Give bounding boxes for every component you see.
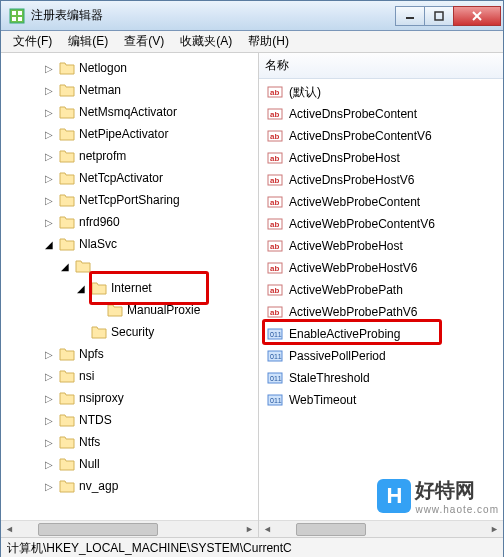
registry-tree[interactable]: ▷Netlogon▷Netman▷NetMsmqActivator▷NetPip…	[1, 53, 258, 493]
svg-rect-3	[12, 17, 16, 21]
maximize-button[interactable]	[424, 6, 454, 26]
value-item[interactable]: 011StaleThreshold	[263, 367, 499, 389]
tree-item[interactable]: ▷nsiproxy	[3, 387, 256, 409]
svg-rect-2	[18, 11, 22, 15]
tree-item[interactable]: ▷Netlogon	[3, 57, 256, 79]
tree-label: NetTcpActivator	[79, 171, 163, 185]
value-label: PassivePollPeriod	[289, 349, 386, 363]
tree-label: Netman	[79, 83, 121, 97]
scroll-right-button[interactable]: ►	[241, 521, 258, 538]
scroll-left-button[interactable]: ◄	[1, 521, 18, 538]
value-item[interactable]: abActiveWebProbeContent	[263, 191, 499, 213]
tree-item[interactable]: ▷NetTcpActivator	[3, 167, 256, 189]
value-label: StaleThreshold	[289, 371, 370, 385]
tree-item[interactable]: Security	[3, 321, 256, 343]
scroll-left-button[interactable]: ◄	[259, 521, 276, 538]
tree-pane: ▷Netlogon▷Netman▷NetMsmqActivator▷NetPip…	[1, 53, 259, 537]
tree-label: NetMsmqActivator	[79, 105, 177, 119]
value-item[interactable]: ab(默认)	[263, 81, 499, 103]
statusbar: 计算机\HKEY_LOCAL_MACHINE\SYSTEM\CurrentC	[1, 537, 503, 557]
value-label: ActiveWebProbeContentV6	[289, 217, 435, 231]
value-item[interactable]: abActiveWebProbePath	[263, 279, 499, 301]
dword-icon: 011	[267, 348, 283, 364]
tree-item[interactable]: ◢Parameters	[3, 255, 256, 277]
svg-text:ab: ab	[270, 286, 279, 295]
value-item[interactable]: 011PassivePollPeriod	[263, 345, 499, 367]
tree-item[interactable]: ▷NetTcpPortSharing	[3, 189, 256, 211]
scroll-thumb[interactable]	[296, 523, 366, 536]
menu-file[interactable]: 文件(F)	[5, 31, 60, 52]
string-icon: ab	[267, 216, 283, 232]
tree-item[interactable]: ▷NetMsmqActivator	[3, 101, 256, 123]
value-label: ActiveDnsProbeContent	[289, 107, 417, 121]
svg-text:ab: ab	[270, 88, 279, 97]
tree-item[interactable]: ▷NetPipeActivator	[3, 123, 256, 145]
string-icon: ab	[267, 282, 283, 298]
tree-item[interactable]: ▷Netman	[3, 79, 256, 101]
value-label: ActiveWebProbeHost	[289, 239, 403, 253]
value-item[interactable]: 011EnableActiveProbing	[263, 323, 499, 345]
menu-help[interactable]: 帮助(H)	[240, 31, 297, 52]
svg-text:011: 011	[270, 397, 282, 404]
values-scrollbar[interactable]: ◄ ►	[259, 520, 503, 537]
window-controls	[396, 6, 501, 26]
value-item[interactable]: abActiveWebProbeContentV6	[263, 213, 499, 235]
svg-text:ab: ab	[270, 220, 279, 229]
values-list[interactable]: ab(默认)abActiveDnsProbeContentabActiveDns…	[259, 79, 503, 519]
menubar: 文件(F) 编辑(E) 查看(V) 收藏夹(A) 帮助(H)	[1, 31, 503, 53]
minimize-button[interactable]	[395, 6, 425, 26]
window-title: 注册表编辑器	[31, 7, 396, 24]
tree-label: Null	[79, 457, 100, 471]
scroll-thumb[interactable]	[38, 523, 158, 536]
tree-item[interactable]: ◢NlaSvc	[3, 233, 256, 255]
menu-favorites[interactable]: 收藏夹(A)	[172, 31, 240, 52]
svg-text:ab: ab	[270, 242, 279, 251]
value-item[interactable]: abActiveDnsProbeContent	[263, 103, 499, 125]
tree-item[interactable]: ◢Internet	[3, 277, 256, 299]
registry-editor-window: 注册表编辑器 文件(F) 编辑(E) 查看(V) 收藏夹(A) 帮助(H) ▷N…	[0, 0, 504, 557]
watermark-logo: H	[377, 479, 411, 513]
value-item[interactable]: abActiveDnsProbeContentV6	[263, 125, 499, 147]
string-icon: ab	[267, 260, 283, 276]
value-item[interactable]: 011WebTimeout	[263, 389, 499, 411]
value-item[interactable]: abActiveWebProbePathV6	[263, 301, 499, 323]
tree-item[interactable]: ▷netprofm	[3, 145, 256, 167]
menu-view[interactable]: 查看(V)	[116, 31, 172, 52]
string-icon: ab	[267, 194, 283, 210]
tree-item[interactable]: ▷nfrd960	[3, 211, 256, 233]
value-label: EnableActiveProbing	[289, 327, 400, 341]
value-label: ActiveDnsProbeContentV6	[289, 129, 432, 143]
string-icon: ab	[267, 304, 283, 320]
svg-text:ab: ab	[270, 198, 279, 207]
tree-item[interactable]: ▷Ntfs	[3, 431, 256, 453]
tree-item[interactable]: ▷nsi	[3, 365, 256, 387]
column-header-name[interactable]: 名称	[259, 53, 503, 79]
values-pane: 名称 ab(默认)abActiveDnsProbeContentabActive…	[259, 53, 503, 537]
value-item[interactable]: abActiveWebProbeHostV6	[263, 257, 499, 279]
svg-text:011: 011	[270, 353, 282, 360]
menu-edit[interactable]: 编辑(E)	[60, 31, 116, 52]
tree-item[interactable]: ▷NTDS	[3, 409, 256, 431]
value-item[interactable]: abActiveDnsProbeHost	[263, 147, 499, 169]
scroll-right-button[interactable]: ►	[486, 521, 503, 538]
value-item[interactable]: abActiveDnsProbeHostV6	[263, 169, 499, 191]
svg-text:ab: ab	[270, 110, 279, 119]
string-icon: ab	[267, 128, 283, 144]
tree-label: Npfs	[79, 347, 104, 361]
tree-label: Netlogon	[79, 61, 127, 75]
titlebar[interactable]: 注册表编辑器	[1, 1, 503, 31]
tree-item[interactable]: ▷Npfs	[3, 343, 256, 365]
tree-item[interactable]: ▷Null	[3, 453, 256, 475]
tree-label: netprofm	[79, 149, 126, 163]
svg-rect-1	[12, 11, 16, 15]
tree-item[interactable]: ManualProxie	[3, 299, 256, 321]
svg-text:ab: ab	[270, 154, 279, 163]
value-label: ActiveWebProbeHostV6	[289, 261, 418, 275]
tree-label: ManualProxie	[127, 303, 200, 317]
tree-item[interactable]: ▷nv_agp	[3, 475, 256, 493]
svg-text:011: 011	[270, 375, 282, 382]
value-item[interactable]: abActiveWebProbeHost	[263, 235, 499, 257]
tree-scrollbar[interactable]: ◄ ►	[1, 520, 258, 537]
close-button[interactable]	[453, 6, 501, 26]
string-icon: ab	[267, 106, 283, 122]
